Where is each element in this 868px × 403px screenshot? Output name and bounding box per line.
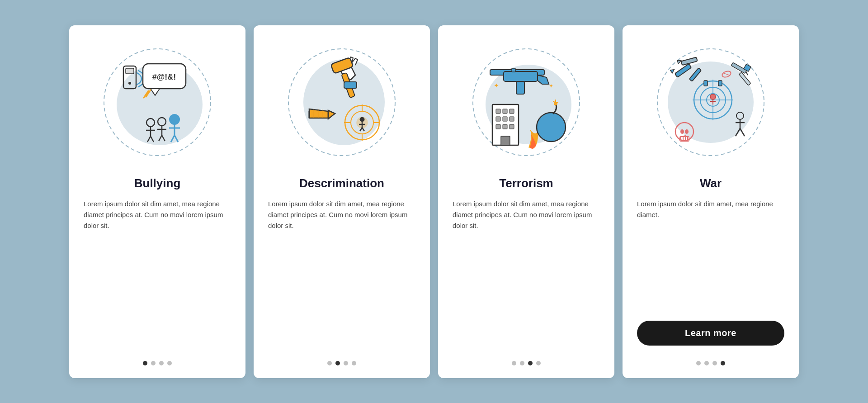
- dot-3-1: [512, 361, 516, 365]
- card-1-title: Bullying: [134, 176, 181, 190]
- dot-4-2: [704, 361, 709, 365]
- dot-2-4: [352, 361, 356, 365]
- dot-1-2: [151, 361, 156, 365]
- svg-text:✦: ✦: [549, 83, 553, 89]
- dot-3-2: [520, 361, 524, 365]
- war-illustration: [647, 39, 774, 166]
- card-4-title: War: [700, 176, 722, 190]
- dot-2-3: [344, 361, 348, 365]
- svg-rect-47: [504, 71, 538, 81]
- svg-marker-78: [670, 68, 675, 73]
- cards-container: #@!&!: [51, 7, 817, 396]
- dot-3-3: [528, 361, 533, 365]
- dot-2-2: [335, 361, 340, 365]
- svg-rect-48: [516, 81, 524, 94]
- svg-rect-56: [496, 117, 500, 121]
- card-1-dots: [143, 361, 172, 365]
- card-3-text: Lorem ipsum dolor sit dim amet, mea regi…: [453, 199, 600, 348]
- card-terrorism: ✦ ✦: [438, 25, 614, 378]
- svg-line-97: [746, 71, 748, 75]
- svg-rect-55: [509, 109, 514, 114]
- card-2-text: Lorem ipsum dolor sit dim amet, mea regi…: [268, 199, 415, 348]
- card-1-text: Lorem ipsum dolor sit dim amet, mea regi…: [84, 199, 231, 348]
- svg-rect-59: [496, 124, 500, 129]
- svg-point-63: [537, 113, 566, 142]
- svg-rect-62: [501, 136, 510, 145]
- svg-rect-75: [704, 81, 708, 86]
- svg-rect-76: [718, 81, 722, 86]
- learn-more-button[interactable]: Learn more: [637, 321, 784, 346]
- svg-point-18: [170, 114, 179, 124]
- card-4-dots: [696, 361, 725, 365]
- svg-rect-61: [509, 124, 514, 129]
- dot-3-4: [536, 361, 541, 365]
- card-3-dots: [512, 361, 541, 365]
- card-4-text: Lorem ipsum dolor sit dim amet, mea regi…: [637, 199, 784, 313]
- card-3-title: Terrorism: [499, 176, 553, 190]
- svg-rect-53: [496, 109, 500, 114]
- svg-rect-49: [512, 68, 515, 72]
- svg-rect-3: [126, 68, 134, 74]
- card-war: War Lorem ipsum dolor sit dim amet, mea …: [623, 25, 799, 378]
- dot-4-1: [696, 361, 701, 365]
- card-bullying: #@!&!: [69, 25, 245, 378]
- dot-4-4: [721, 361, 725, 365]
- svg-rect-60: [503, 124, 507, 129]
- svg-point-85: [685, 129, 689, 134]
- dot-1-4: [167, 361, 172, 365]
- dot-1-3: [159, 361, 164, 365]
- svg-text:#@!&!: #@!&!: [152, 72, 176, 81]
- svg-point-35: [360, 117, 364, 122]
- svg-rect-27: [344, 82, 357, 88]
- terrorism-illustration: ✦ ✦: [463, 39, 590, 166]
- svg-text:✦: ✦: [494, 82, 499, 89]
- bullying-illustration: #@!&!: [94, 39, 221, 166]
- card-2-dots: [327, 361, 356, 365]
- svg-point-84: [680, 129, 684, 134]
- dot-2-1: [327, 361, 332, 365]
- dot-4-3: [712, 361, 717, 365]
- dot-1-1: [143, 361, 147, 365]
- card-discrimination: Descrimination Lorem ipsum dolor sit dim…: [254, 25, 430, 378]
- svg-point-4: [128, 82, 131, 85]
- svg-rect-58: [509, 117, 514, 121]
- discrimination-illustration: [278, 39, 405, 166]
- svg-point-72: [710, 94, 716, 100]
- svg-rect-54: [503, 109, 507, 114]
- svg-rect-57: [503, 117, 507, 121]
- card-2-title: Descrimination: [299, 176, 384, 190]
